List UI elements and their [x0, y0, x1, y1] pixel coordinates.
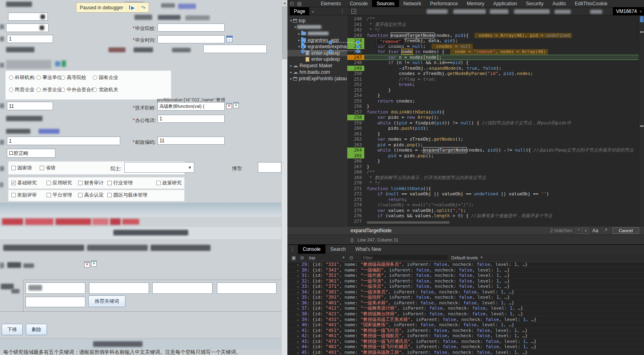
delete-row-icon[interactable]: × [84, 261, 90, 267]
line-number[interactable]: 255 [347, 98, 364, 104]
search-input[interactable]: expandTargetNode [351, 228, 550, 233]
console-log-row[interactable]: ▸34: {id: "381", name: "一级演奏员", isParent… [287, 289, 644, 295]
code-line-264[interactable]: 264 while ((nodes = ▸expandTargetNode(no… [347, 148, 644, 153]
expand-object-icon[interactable]: ▸ [297, 279, 299, 284]
scrollbar-up-arrow[interactable]: ▲ [282, 0, 288, 6]
line-number[interactable]: 256 [347, 104, 364, 109]
code-line-275[interactable]: 275 var values = valueObj.split(","); [347, 208, 644, 214]
expand-object-icon[interactable]: ▸ [297, 344, 299, 350]
line-number[interactable]: 254 [347, 93, 364, 98]
line-number[interactable]: 260 [347, 126, 364, 131]
scrollbar-thumb[interactable] [282, 6, 287, 59]
line-number[interactable]: 271 [347, 186, 364, 192]
line-number[interactable]: 240 [347, 16, 364, 22]
line-number[interactable]: 277 [347, 219, 364, 225]
annotation-handle[interactable] [301, 41, 305, 44]
delete-button[interactable]: 删除 [26, 324, 47, 335]
line-number[interactable]: 250 [347, 71, 364, 77]
checkbox-高企认定[interactable]: 高企认定 [78, 192, 104, 199]
navigator-item-printExpPsnInfo (abou[interactable]: ▸printExpPsnInfo (abou [287, 75, 347, 82]
expand-object-icon[interactable]: ▸ [297, 273, 299, 279]
code-line-271[interactable]: 271function linkWithData(){ [347, 186, 644, 192]
devtools-tab-sources[interactable]: Sources [372, 0, 399, 7]
line-number[interactable]: 243 [347, 33, 364, 38]
expand-object-icon[interactable]: ▸ [297, 339, 299, 345]
doctoral-input[interactable] [258, 162, 281, 173]
code-line-259[interactable]: 259 while ((pid = findpid(pid)) != null)… [347, 120, 644, 126]
console-log-row[interactable]: ▸41: {id: "451", name: "教授级一级飞行员", isPar… [287, 328, 644, 334]
console-sidebar-icon[interactable]: ▣ [291, 255, 296, 261]
close-tab-icon[interactable]: × [639, 9, 642, 14]
regex-toggle[interactable]: .* [604, 228, 607, 233]
code-line-266[interactable]: 266 } [347, 158, 644, 164]
editor-vscrollbar-thumb[interactable] [640, 16, 644, 22]
search-prev-button[interactable]: ^ [576, 228, 582, 234]
console-log-row[interactable]: ▸29: {id: "331", name: "教授级高级报务员", isPar… [287, 262, 644, 267]
breakpoint-gutter[interactable]: 264 [347, 148, 364, 153]
code-line-261[interactable]: 261 } [347, 131, 644, 137]
checkbox-园区与载体管理[interactable]: 园区与载体管理 [107, 192, 147, 199]
inspect-element-icon[interactable]: ⊡ [290, 1, 294, 6]
editor-hscrollbar-thumb[interactable] [367, 221, 450, 224]
code-line-274[interactable]: 274 //valueObj = eval("("+valueObj+")"); [347, 202, 644, 208]
code-line-267[interactable]: 267} [347, 164, 644, 170]
line-number[interactable]: 257 [347, 109, 364, 115]
console-drawer-tab-search[interactable]: Search [325, 245, 351, 254]
radio-党政机关[interactable]: 党政机关 [93, 86, 118, 93]
console-filter-input[interactable] [361, 254, 448, 261]
checkbox-基础研究[interactable]: ✓基础研究 [11, 180, 37, 186]
annotation-handle[interactable] [356, 49, 360, 53]
code-line-240[interactable]: 240/** [347, 16, 644, 22]
navigator-item-Request Maker[interactable]: ▸☁Request Maker [287, 62, 347, 69]
code-line-269[interactable]: 269 * 数据和树节点同步展示，打开当前数据节点的所有父节点 [347, 175, 644, 181]
keyword-input-5[interactable] [26, 297, 85, 307]
office-phone-input[interactable] [157, 115, 225, 123]
code-line-272[interactable]: 272 if (null == valueObj || valueObj == … [347, 191, 644, 197]
step-over-icon[interactable]: ↷ [141, 4, 146, 11]
code-line-242[interactable]: 242 * */ [347, 27, 644, 33]
devtools-tab-network[interactable]: Network [399, 0, 426, 7]
radio-科研机构[interactable]: 科研机构 [9, 74, 34, 81]
line-number[interactable]: 276 [347, 213, 364, 219]
code-line-243[interactable]: 243function expandTargetNode(nodes, pid)… [347, 33, 644, 38]
code-line-262[interactable]: 262 var nodes = zTreeObj.getNodes(); [347, 137, 644, 142]
keyword-input-3[interactable] [152, 282, 213, 294]
zip-input[interactable] [157, 137, 225, 145]
radio-外资企业[interactable]: 外资企业 [36, 86, 62, 93]
expand-object-icon[interactable]: ▸ [297, 262, 299, 268]
recommend-keywords-button[interactable]: 推荐关键词 [88, 295, 125, 307]
annotation-handle[interactable] [356, 45, 360, 49]
checkbox-奖励评审[interactable]: 奖励评审 [11, 192, 37, 199]
devtools-tab-security[interactable]: Security [521, 0, 548, 7]
expand-object-icon[interactable]: ▸ [297, 312, 299, 317]
line-number[interactable]: 248 [347, 60, 364, 66]
add-table-icon[interactable]: + [233, 102, 239, 108]
navigator-item-hm.baidu.com[interactable]: ▸☁hm.baidu.com [287, 69, 347, 75]
code-line-257[interactable]: 257function doLinkWithData(pid){ [347, 109, 644, 115]
navigator-more-tabs-icon[interactable]: » [312, 9, 314, 14]
expand-object-icon[interactable]: ▸ [297, 334, 299, 339]
code-line-256[interactable]: 256} [347, 104, 644, 109]
line-number[interactable]: 266 [347, 158, 364, 164]
keyword-input-2[interactable] [89, 282, 149, 294]
expand-object-icon[interactable]: ▸ [297, 323, 299, 328]
console-drawer-tab-what-s-new[interactable]: What's New [351, 245, 386, 254]
code-line-263[interactable]: 263 pid = pids.pop(); [347, 142, 644, 148]
search-next-button[interactable]: v [582, 228, 589, 234]
radio-民营企业[interactable]: 民营企业 [9, 86, 34, 93]
line-number[interactable]: 259 [347, 120, 364, 126]
navigator-item-enter-updexp[interactable]: enter-updexp [287, 56, 347, 62]
code-line-252[interactable]: 252 break; [347, 82, 644, 88]
navigator-page-tab[interactable]: Page [290, 7, 309, 15]
delete-table-icon[interactable]: × [226, 103, 232, 109]
devtools-tab-memory[interactable]: Memory [462, 0, 489, 7]
navigator-item-top[interactable]: ▾top [287, 17, 347, 24]
pretty-print-icon[interactable]: {} [351, 237, 353, 242]
checkbox-平台管理[interactable]: 平台管理 [47, 192, 72, 199]
code-line-248[interactable]: 248 if (n != null && n.id===pid) { [347, 60, 644, 66]
code-line-247[interactable]: 247 var n = nodes[node]; [347, 55, 644, 60]
devtools-tab-performance[interactable]: Performance [426, 0, 463, 7]
code-line-276[interactable]: 276 if (values && values.length > 0) { /… [347, 213, 644, 219]
console-log-row[interactable]: ▸45: {id: "491", name: "教授级高级政工师", isPar… [287, 350, 644, 355]
code-editor[interactable]: 240/**241 * 展开指定的节点242 * */243function e… [347, 15, 644, 226]
